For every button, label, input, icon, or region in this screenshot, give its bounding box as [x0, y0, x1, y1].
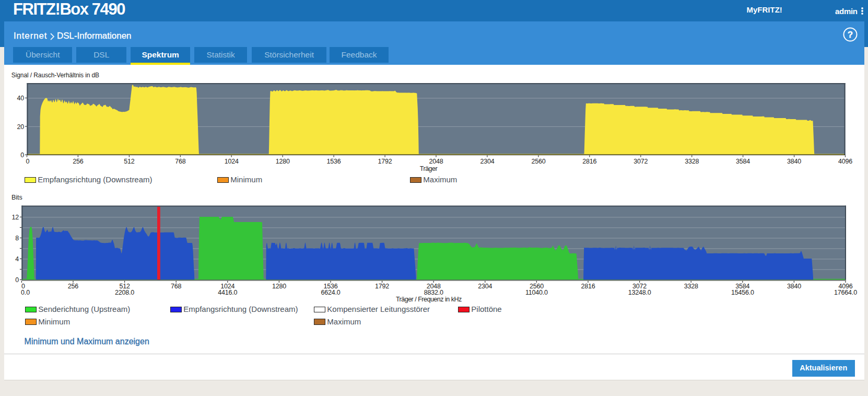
svg-text:2816: 2816: [582, 158, 596, 165]
svg-text:256: 256: [68, 283, 79, 290]
svg-text:1792: 1792: [378, 158, 392, 165]
svg-text:17664.0: 17664.0: [834, 289, 857, 296]
svg-text:3328: 3328: [685, 158, 699, 165]
svg-text:1280: 1280: [272, 283, 286, 290]
svg-text:13248.0: 13248.0: [628, 289, 651, 296]
svg-text:768: 768: [175, 158, 186, 165]
svg-text:20: 20: [17, 123, 24, 131]
svg-text:0: 0: [15, 276, 19, 284]
svg-text:40: 40: [17, 95, 24, 102]
svg-text:1792: 1792: [375, 283, 389, 290]
svg-text:15456.0: 15456.0: [731, 289, 754, 296]
svg-text:6624.0: 6624.0: [321, 289, 340, 296]
svg-text:2048: 2048: [429, 158, 443, 165]
svg-text:Träger: Träger: [420, 165, 438, 172]
svg-text:11040.0: 11040.0: [525, 289, 548, 296]
svg-text:0: 0: [26, 158, 30, 165]
svg-text:2304: 2304: [478, 283, 492, 290]
svg-text:3840: 3840: [787, 158, 801, 165]
svg-text:4: 4: [15, 255, 19, 263]
svg-text:256: 256: [73, 158, 84, 165]
svg-text:512: 512: [124, 158, 135, 165]
svg-text:0: 0: [20, 152, 24, 159]
svg-text:12: 12: [11, 214, 19, 221]
svg-text:0.0: 0.0: [21, 289, 30, 296]
svg-text:2208.0: 2208.0: [115, 289, 134, 296]
svg-text:4096: 4096: [838, 158, 852, 165]
svg-text:768: 768: [171, 283, 182, 290]
svg-text:2816: 2816: [581, 283, 595, 290]
svg-text:Träger / Frequenz in kHz: Träger / Frequenz in kHz: [396, 296, 462, 303]
svg-text:1536: 1536: [327, 158, 341, 165]
svg-text:3840: 3840: [787, 283, 801, 290]
svg-text:1280: 1280: [276, 158, 290, 165]
svg-text:1024: 1024: [225, 158, 239, 165]
svg-text:3328: 3328: [684, 283, 698, 290]
svg-text:4416.0: 4416.0: [218, 289, 237, 296]
svg-text:3584: 3584: [736, 158, 750, 165]
svg-text:8: 8: [15, 235, 19, 242]
svg-text:2304: 2304: [480, 158, 494, 165]
svg-text:3072: 3072: [634, 158, 648, 165]
svg-text:2560: 2560: [531, 158, 545, 165]
